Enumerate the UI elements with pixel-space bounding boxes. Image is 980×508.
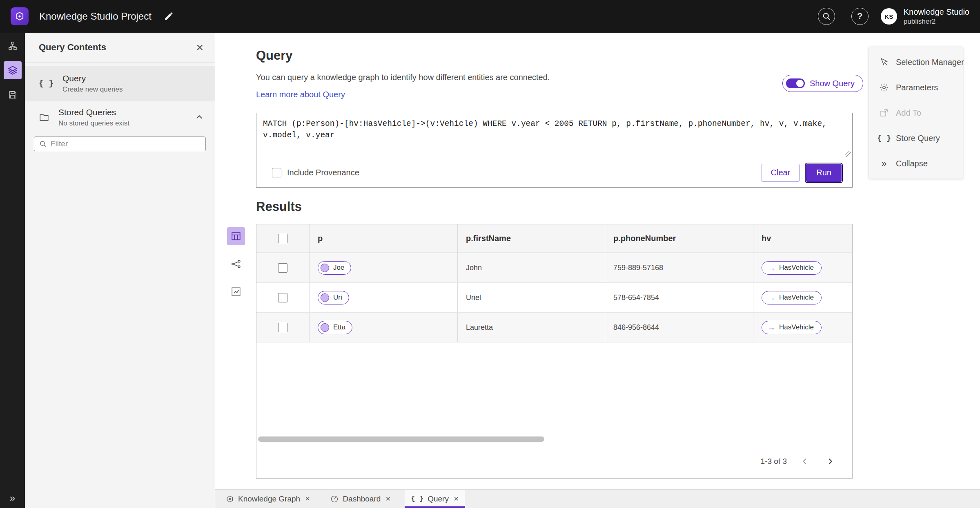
selection-manager-button[interactable]: Selection Manager <box>869 49 963 75</box>
tab-knowledge-graph[interactable]: Knowledge Graph × <box>219 490 316 508</box>
table-scroll-area: p p.firstName p.phoneNumber hv Joe John … <box>256 224 852 444</box>
table-view-button[interactable] <box>227 227 245 245</box>
resize-handle[interactable] <box>845 151 851 157</box>
filter-box <box>34 137 206 151</box>
stored-queries-sublabel: No stored queries exist <box>58 119 186 128</box>
row-checkbox[interactable] <box>278 293 287 302</box>
query-description: You can query a knowledge graph to ident… <box>256 73 550 82</box>
edit-title-icon[interactable] <box>164 11 174 21</box>
gear-icon <box>879 83 889 92</box>
entity-pill[interactable]: Joe <box>318 261 351 275</box>
question-mark-icon: ? <box>857 11 862 22</box>
avatar[interactable]: KS <box>881 8 897 25</box>
layers-view-button[interactable] <box>4 61 22 79</box>
entity-dot-icon <box>321 323 329 332</box>
results-table: p p.firstName p.phoneNumber hv Joe John … <box>256 224 853 479</box>
app-root: Knowledge Studio Project ? KS Knowledge … <box>0 0 980 508</box>
app-logo-icon[interactable] <box>11 7 29 25</box>
run-button[interactable]: Run <box>806 164 842 182</box>
tab-query[interactable]: { } Query × <box>405 490 466 508</box>
cell-phonenumber: 846-956-8644 <box>613 323 659 332</box>
chevron-up-icon[interactable] <box>195 113 203 121</box>
close-tab-icon[interactable]: × <box>454 495 459 502</box>
next-page-button[interactable] <box>823 454 837 469</box>
include-provenance-checkbox[interactable] <box>272 168 281 177</box>
filter-input[interactable] <box>51 139 200 148</box>
cell-phonenumber: 759-889-57168 <box>613 264 663 272</box>
column-header-phonenumber[interactable]: p.phoneNumber <box>605 224 753 253</box>
braces-icon: { } <box>879 134 889 143</box>
row-checkbox[interactable] <box>278 323 287 332</box>
relationship-pill[interactable]: → HasVehicle <box>762 291 822 304</box>
column-header-p[interactable]: p <box>310 224 458 253</box>
chart-view-button[interactable] <box>227 283 245 301</box>
table-header: p p.firstName p.phoneNumber hv <box>256 224 852 253</box>
pagination-label: 1-3 of 3 <box>761 457 787 466</box>
expand-rail-button[interactable]: » <box>0 493 25 503</box>
help-button[interactable]: ? <box>851 8 869 25</box>
left-icon-rail: » <box>0 33 25 508</box>
collapse-button[interactable]: » Collapse <box>869 151 963 176</box>
query-actions-panel: Selection Manager Parameters Add To { } … <box>869 47 963 179</box>
close-tab-icon[interactable]: × <box>385 495 390 502</box>
column-header-hv[interactable]: hv <box>753 224 852 253</box>
save-icon <box>8 90 18 100</box>
dashboard-icon <box>330 495 339 503</box>
previous-page-button[interactable] <box>797 454 812 469</box>
sidebar-item-query[interactable]: { } Query Create new queries <box>25 66 215 101</box>
toggle-switch <box>786 78 805 88</box>
user-name: publisher2 <box>904 17 969 26</box>
add-to-icon <box>879 108 889 118</box>
bottom-tabbar: Knowledge Graph × Dashboard × { } Query … <box>215 489 980 508</box>
query-textarea[interactable]: MATCH (p:Person)-[hv:HasVehicle]->(v:Veh… <box>256 113 852 158</box>
table-row[interactable]: Uri Uriel 578-654-7854 → HasVehicle <box>256 283 852 313</box>
graph-view-button[interactable] <box>227 255 245 273</box>
user-info[interactable]: Knowledge Studio publisher2 <box>904 7 969 26</box>
panel-header: Query Contents × <box>25 33 215 63</box>
parameters-button[interactable]: Parameters <box>869 75 963 100</box>
main-content: Query You can query a knowledge graph to… <box>215 33 980 489</box>
page-title: Query <box>256 48 293 63</box>
select-all-checkbox[interactable] <box>278 234 287 243</box>
selection-manager-icon <box>879 57 889 67</box>
table-row[interactable]: Joe John 759-889-57168 → HasVehicle <box>256 253 852 283</box>
table-row[interactable]: Etta Lauretta 846-956-8644 → HasVehicle <box>256 313 852 342</box>
column-header-firstname[interactable]: p.firstName <box>458 224 605 253</box>
cell-phonenumber: 578-654-7854 <box>613 293 659 302</box>
show-query-toggle[interactable]: Show Query <box>782 75 863 92</box>
folder-icon <box>39 112 49 123</box>
learn-more-link[interactable]: Learn more about Query <box>256 90 345 99</box>
close-panel-icon[interactable]: × <box>196 43 203 52</box>
add-to-button: Add To <box>869 100 963 125</box>
close-tab-icon[interactable]: × <box>305 495 310 502</box>
save-view-button[interactable] <box>4 86 22 104</box>
store-query-button[interactable]: { } Store Query <box>869 125 963 151</box>
layers-icon <box>7 65 18 76</box>
search-button[interactable] <box>818 8 835 25</box>
stored-queries-label: Stored Queries <box>58 107 186 117</box>
horizontal-scrollbar[interactable] <box>258 436 544 442</box>
show-query-label: Show Query <box>810 79 855 88</box>
chevron-right-icon <box>826 457 834 465</box>
clear-button[interactable]: Clear <box>762 164 800 182</box>
chevron-left-icon <box>801 457 809 465</box>
row-checkbox[interactable] <box>278 263 287 273</box>
hierarchy-view-button[interactable] <box>4 37 22 55</box>
stored-queries-section[interactable]: Stored Queries No stored queries exist <box>25 105 215 129</box>
entity-dot-icon <box>321 293 329 302</box>
cell-firstname: John <box>466 264 482 272</box>
user-org: Knowledge Studio <box>904 7 969 17</box>
relationship-pill[interactable]: → HasVehicle <box>762 261 822 275</box>
hierarchy-icon <box>8 41 18 51</box>
entity-pill[interactable]: Etta <box>318 321 352 334</box>
relationship-pill[interactable]: → HasVehicle <box>762 321 822 334</box>
entity-dot-icon <box>321 264 329 272</box>
chart-icon <box>231 286 241 297</box>
results-view-tools <box>227 227 245 311</box>
braces-icon: { } <box>39 79 53 88</box>
filter-search-icon <box>39 140 47 148</box>
entity-pill[interactable]: Uri <box>318 291 349 304</box>
cell-firstname: Uriel <box>466 293 481 302</box>
double-chevron-right-icon: » <box>879 159 889 168</box>
tab-dashboard[interactable]: Dashboard × <box>324 490 397 508</box>
